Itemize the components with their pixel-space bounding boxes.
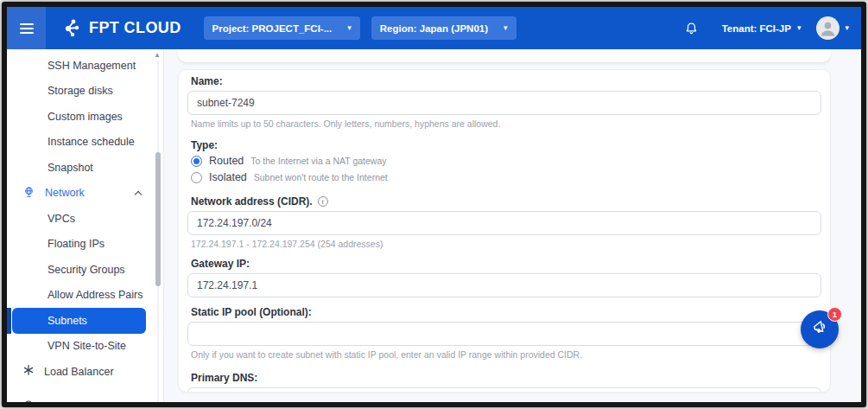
radio-option-routed[interactable]: Routed To the Internet via a NAT gateway	[191, 155, 821, 167]
sidebar: SSH Management Storage disks Custom imag…	[7, 49, 164, 402]
scroll-up-arrow[interactable]: ▲	[154, 52, 161, 59]
chevron-down-icon: ▾	[504, 24, 508, 32]
cidr-input[interactable]	[187, 211, 821, 235]
sidebar-item-snapshot[interactable]: Snapshot	[7, 155, 163, 181]
sidebar-item-instance-schedule[interactable]: Instance schedule	[7, 130, 163, 156]
sidebar-item-vpcs[interactable]: VPCs	[7, 206, 163, 232]
sidebar-item-allow-address-pairs[interactable]: Allow Address Pairs	[7, 283, 163, 309]
primary-dns-input[interactable]	[187, 387, 821, 393]
radio-description: To the Internet via a NAT gateway	[250, 156, 386, 166]
avatar	[816, 16, 839, 40]
sidebar-item-subnets[interactable]: Subnets	[12, 308, 146, 334]
sidebar-scrollbar-thumb[interactable]	[155, 152, 161, 286]
sidebar-item-network[interactable]: Network	[7, 181, 163, 207]
announcements-fab-button[interactable]: 1	[801, 310, 839, 348]
sidebar-item-label: Subnets	[48, 315, 87, 327]
project-dropdown-label: Project: PROJECT_FCI-...	[212, 23, 333, 34]
topbar-right: Tenant: FCI-JP ▾ ▾	[683, 16, 861, 40]
cidr-label: Network address (CIDR). i	[191, 195, 821, 208]
sidebar-item-label: Snapshot	[48, 162, 93, 174]
sidebar-item-label: VPN Site-to-Site	[48, 340, 126, 352]
sidebar-nav: SSH Management Storage disks Custom imag…	[7, 49, 163, 402]
region-dropdown[interactable]: Region: Japan (JPN01) ▾	[371, 16, 516, 40]
static-ip-pool-input[interactable]	[187, 322, 821, 346]
region-dropdown-label: Region: Japan (JPN01)	[380, 23, 488, 34]
sidebar-item-label: Floating IPs	[48, 238, 105, 250]
topbar: FPT CLOUD Project: PROJECT_FCI-... ▾ Reg…	[7, 7, 861, 49]
radio-description: Subnet won't route to the Internet	[254, 172, 388, 182]
sidebar-item-ssh-management[interactable]: SSH Management	[7, 53, 163, 79]
tenant-label: Tenant: FCI-JP	[722, 23, 791, 34]
fpt-cloud-logo-icon	[60, 18, 82, 39]
brand-name: FPT CLOUD	[89, 19, 181, 37]
sidebar-item-floating-ips[interactable]: Floating IPs	[7, 232, 163, 258]
sidebar-item-custom-images[interactable]: Custom images	[7, 104, 163, 130]
name-label: Name:	[191, 75, 821, 87]
sidebar-item-label: Allow Address Pairs	[48, 289, 143, 301]
radio-label: Isolated	[209, 171, 247, 183]
sidebar-item-security-groups[interactable]: Security Groups	[7, 257, 163, 283]
sidebar-item-label: Storage disks	[48, 85, 113, 97]
radio-button-icon	[191, 156, 202, 167]
active-indicator	[7, 308, 11, 334]
section-icon	[22, 399, 35, 402]
name-input[interactable]	[187, 91, 821, 115]
main-content: Name: Name limits up to 50 characters. O…	[164, 49, 861, 402]
subnet-form-card: Name: Name limits up to 50 characters. O…	[178, 69, 831, 393]
sidebar-item-load-balancer[interactable]: Load Balancer	[7, 359, 163, 385]
sidebar-item-label: SSH Management	[48, 60, 136, 72]
globe-icon	[22, 185, 35, 201]
radio-option-isolated[interactable]: Isolated Subnet won't route to the Inter…	[191, 171, 821, 183]
chevron-up-icon	[135, 191, 142, 198]
notifications-bell-icon[interactable]	[683, 20, 700, 37]
sidebar-item-storage-disks[interactable]: Storage disks	[7, 79, 163, 105]
previous-card-bottom	[178, 49, 831, 62]
sidebar-item-label: Custom images	[48, 111, 123, 123]
gateway-ip-label: Gateway IP:	[191, 258, 821, 270]
name-hint: Name limits up to 50 characters. Only le…	[191, 118, 821, 129]
brand-logo[interactable]: FPT CLOUD	[60, 18, 181, 39]
megaphone-icon	[810, 318, 829, 341]
tenant-dropdown[interactable]: Tenant: FCI-JP ▾	[722, 23, 801, 34]
chevron-down-icon: ▾	[797, 24, 801, 32]
static-ip-pool-hint: Only if you want to create subnet with s…	[191, 349, 821, 360]
static-ip-pool-label: Static IP pool (Optional):	[191, 306, 821, 318]
sidebar-item-partial[interactable]	[7, 393, 163, 403]
info-icon[interactable]: i	[318, 196, 328, 207]
sidebar-item-label: Load Balancer	[44, 366, 114, 378]
load-balancer-icon	[22, 364, 35, 379]
cidr-label-text: Network address (CIDR).	[191, 195, 313, 208]
sidebar-item-label: Instance schedule	[48, 136, 135, 148]
notification-badge: 1	[827, 307, 842, 322]
sidebar-item-label: Network	[45, 187, 85, 199]
type-label: Type:	[191, 139, 821, 151]
primary-dns-label: Primary DNS:	[191, 372, 821, 384]
user-menu[interactable]: ▾	[816, 16, 849, 40]
sidebar-item-label: VPCs	[48, 213, 75, 225]
cidr-hint: 172.24.197.1 - 172.24.197.254 (254 addre…	[191, 239, 821, 249]
chevron-down-icon: ▾	[347, 24, 352, 32]
project-dropdown[interactable]: Project: PROJECT_FCI-... ▾	[204, 16, 360, 40]
radio-button-icon	[191, 172, 202, 183]
chevron-down-icon: ▾	[845, 24, 849, 32]
gateway-ip-input[interactable]	[187, 273, 821, 297]
sidebar-item-label: Security Groups	[48, 264, 125, 276]
radio-label: Routed	[209, 155, 244, 167]
app-screen: FPT CLOUD Project: PROJECT_FCI-... ▾ Reg…	[7, 7, 861, 402]
sidebar-item-vpn-site-to-site[interactable]: VPN Site-to-Site	[7, 334, 163, 360]
window-frame: FPT CLOUD Project: PROJECT_FCI-... ▾ Reg…	[2, 2, 866, 407]
hamburger-menu-button[interactable]	[7, 7, 46, 49]
